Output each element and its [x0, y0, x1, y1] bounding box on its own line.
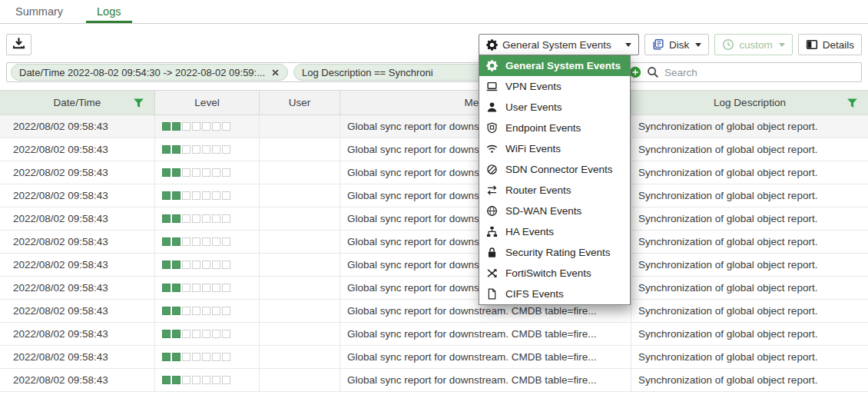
cell-level: [155, 231, 260, 253]
column-header-level[interactable]: Level: [155, 91, 260, 115]
level-square-empty: [182, 237, 190, 246]
level-square-empty: [192, 376, 200, 384]
menu-item-label: FortiSwitch Events: [505, 267, 591, 279]
cell-datetime: 2022/08/02 09:58:43: [0, 277, 155, 299]
table-row[interactable]: 2022/08/02 09:58:43Global sync report fo…: [0, 323, 868, 346]
level-square-empty: [182, 284, 190, 292]
level-square-filled: [162, 237, 171, 246]
menu-item-security-rating-events[interactable]: Security Rating Events: [479, 242, 630, 263]
cell-level: [155, 277, 260, 299]
menu-item-sdn-connector-events[interactable]: SDN Connector Events: [479, 159, 630, 180]
details-label: Details: [823, 39, 854, 51]
cell-user: [260, 161, 340, 184]
gear-icon: [486, 39, 498, 51]
cell-datetime: 2022/08/02 09:58:43: [0, 184, 155, 207]
filter-funnel-icon[interactable]: [846, 98, 858, 111]
column-header-datetime[interactable]: Date/Time: [0, 91, 155, 115]
level-square-empty: [192, 330, 200, 338]
menu-item-ha-events[interactable]: HA Events: [479, 221, 630, 242]
menu-item-vpn-events[interactable]: VPN Events: [479, 76, 630, 97]
shield-icon: [486, 122, 499, 134]
cell-log-description: Synchronization of global object report.: [631, 207, 868, 230]
table-row[interactable]: 2022/08/02 09:58:43Global sync report fo…: [0, 300, 868, 323]
level-square-empty: [182, 122, 190, 131]
cell-datetime: 2022/08/02 09:58:43: [0, 323, 155, 345]
level-square-empty: [192, 237, 200, 246]
level-square-empty: [202, 307, 210, 315]
event-type-dropdown-button[interactable]: General System Events: [479, 34, 639, 55]
table-row[interactable]: 2022/08/02 09:58:43Global sync report fo…: [0, 207, 868, 231]
cell-datetime: 2022/08/02 09:58:43: [0, 369, 155, 391]
cell-datetime: 2022/08/02 09:58:43: [0, 207, 155, 230]
menu-item-label: HA Events: [505, 226, 554, 237]
table-row[interactable]: 2022/08/02 09:58:43Global sync report fo…: [0, 161, 868, 184]
table-row[interactable]: 2022/08/02 09:58:43Global sync report fo…: [0, 115, 868, 138]
cell-datetime: 2022/08/02 09:58:43: [0, 300, 155, 322]
cell-datetime: 2022/08/02 09:58:43: [0, 346, 155, 368]
search-input[interactable]: [664, 64, 857, 81]
cell-level: [155, 115, 260, 138]
menu-item-general-system-events[interactable]: General System Events: [479, 55, 630, 76]
column-header-user[interactable]: User: [260, 91, 340, 115]
menu-item-user-events[interactable]: User Events: [479, 97, 630, 118]
level-square-empty: [212, 261, 220, 269]
level-square-empty: [222, 122, 230, 131]
table-row[interactable]: 2022/08/02 09:58:43Global sync report fo…: [0, 346, 868, 369]
table-row[interactable]: 2022/08/02 09:58:43Global sync report fo…: [0, 369, 868, 392]
cell-log-description: Synchronization of global object report.: [631, 254, 868, 276]
level-square-filled: [162, 261, 171, 269]
file-icon: [486, 288, 499, 300]
menu-item-fortiswitch-events[interactable]: FortiSwitch Events: [479, 263, 630, 284]
event-type-menu: General System EventsVPN EventsUser Even…: [479, 55, 631, 305]
level-square-empty: [182, 307, 190, 315]
disk-icon: [652, 38, 664, 51]
level-square-empty: [212, 330, 220, 338]
level-square-empty: [192, 261, 200, 269]
level-indicator: [162, 214, 230, 223]
table-row[interactable]: 2022/08/02 09:58:43Global sync report fo…: [0, 254, 868, 277]
disk-button[interactable]: Disk: [644, 34, 709, 55]
level-square-empty: [182, 261, 190, 269]
level-square-empty: [212, 145, 220, 154]
cell-user: [260, 346, 340, 368]
level-square-empty: [192, 145, 200, 154]
level-square-empty: [202, 168, 210, 177]
download-icon: [12, 37, 25, 52]
cell-log-description: Synchronization of global object report.: [631, 369, 868, 391]
level-indicator: [162, 168, 230, 177]
chevron-down-icon: [625, 43, 631, 47]
level-square-filled: [162, 307, 171, 315]
level-square-empty: [212, 122, 220, 131]
menu-item-cifs-events[interactable]: CIFS Events: [479, 284, 630, 304]
column-header-log-description[interactable]: Log Description: [631, 91, 868, 115]
level-indicator: [162, 307, 230, 315]
level-square-empty: [212, 168, 220, 177]
menu-item-wifi-events[interactable]: WiFi Events: [479, 138, 630, 159]
menu-item-router-events[interactable]: Router Events: [479, 180, 630, 201]
tab-summary[interactable]: Summary: [15, 0, 63, 23]
menu-item-label: Router Events: [505, 184, 571, 196]
level-indicator: [162, 237, 230, 246]
download-button[interactable]: [6, 34, 31, 55]
cell-level: [155, 161, 260, 184]
table-header: Date/Time Level User Message Log Descrip…: [0, 90, 868, 115]
level-square-empty: [202, 353, 210, 361]
add-filter-icon[interactable]: [629, 66, 641, 78]
tab-logs[interactable]: Logs: [97, 0, 121, 23]
details-button[interactable]: Details: [798, 34, 862, 55]
table-row[interactable]: 2022/08/02 09:58:43Global sync report fo…: [0, 138, 868, 161]
custom-time-button[interactable]: custom: [714, 34, 793, 55]
level-square-filled: [162, 214, 171, 223]
level-square-empty: [192, 122, 200, 131]
table-row[interactable]: 2022/08/02 09:58:43Global sync report fo…: [0, 277, 868, 300]
table-row[interactable]: 2022/08/02 09:58:43Global sync report fo…: [0, 231, 868, 254]
filter-funnel-icon[interactable]: [133, 98, 144, 111]
menu-item-sd-wan-events[interactable]: SD-WAN Events: [479, 201, 630, 221]
cell-user: [260, 231, 340, 253]
cell-user: [260, 277, 340, 299]
menu-item-endpoint-events[interactable]: Endpoint Events: [479, 118, 630, 138]
remove-filter-icon[interactable]: [271, 68, 280, 77]
level-square-empty: [182, 191, 190, 200]
search-filter-bar[interactable]: Date/Time 2022-08-02 09:54:30 -> 2022-08…: [6, 62, 862, 82]
table-row[interactable]: 2022/08/02 09:58:43Global sync report fo…: [0, 184, 868, 207]
